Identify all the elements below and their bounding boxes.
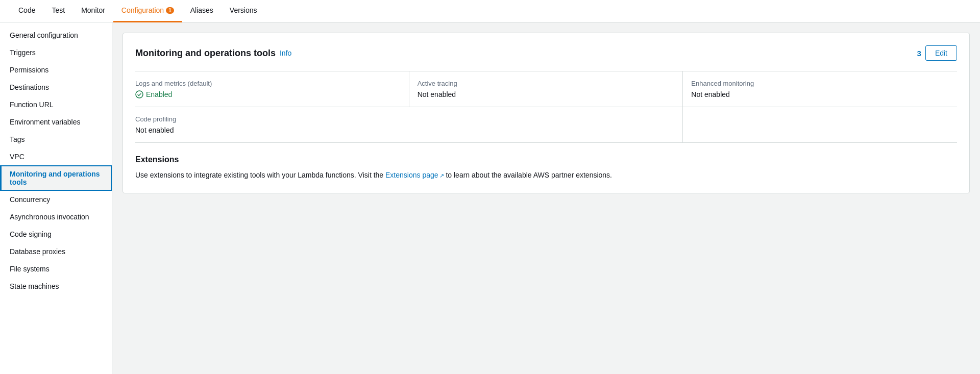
extensions-desc-before: Use extensions to integrate existing too… xyxy=(135,171,385,179)
external-link-icon: ↗ xyxy=(439,171,444,181)
field-label-enhanced: Enhanced monitoring xyxy=(691,80,949,87)
field-empty-3 xyxy=(683,107,957,142)
configuration-badge: 1 xyxy=(166,7,174,14)
sidebar-item-concurrency[interactable]: Concurrency xyxy=(0,191,112,208)
extensions-desc-after: to learn about the available AWS partner… xyxy=(444,171,612,179)
field-code-profiling: Code profiling Not enabled xyxy=(135,107,409,142)
sidebar-item-database-proxies[interactable]: Database proxies xyxy=(0,243,112,260)
card-title-row: Monitoring and operations tools Info xyxy=(135,48,291,59)
extensions-description: Use extensions to integrate existing too… xyxy=(135,169,957,181)
sidebar-item-tags[interactable]: Tags xyxy=(0,131,112,148)
sidebar-item-monitoring-operations[interactable]: Monitoring and operations tools xyxy=(0,165,112,191)
fields-grid-2: Code profiling Not enabled xyxy=(135,107,957,143)
info-link[interactable]: Info xyxy=(280,49,291,57)
sidebar-item-environment-variables[interactable]: Environment variables xyxy=(0,113,112,131)
main-layout: General configuration Triggers Permissio… xyxy=(0,22,980,374)
field-value-enhanced: Not enabled xyxy=(691,90,949,98)
edit-button[interactable]: Edit xyxy=(925,45,957,61)
svg-point-0 xyxy=(136,91,143,98)
field-logs-metrics: Logs and metrics (default) Enabled xyxy=(135,71,409,107)
tab-bar: Code Test Monitor Configuration 1 Aliase… xyxy=(0,0,980,22)
field-label-profiling: Code profiling xyxy=(135,115,401,123)
field-empty-2 xyxy=(409,107,683,142)
sidebar-item-file-systems[interactable]: File systems xyxy=(0,260,112,278)
tab-test[interactable]: Test xyxy=(43,0,73,22)
sidebar-item-permissions[interactable]: Permissions xyxy=(0,61,112,79)
annotation-3: 3 xyxy=(917,49,921,58)
sidebar-item-asynchronous-invocation[interactable]: Asynchronous invocation xyxy=(0,208,112,226)
content-area: 2 Monitoring and operations tools Info 3… xyxy=(112,22,980,374)
field-active-tracing: Active tracing Not enabled xyxy=(409,71,683,107)
field-label-tracing: Active tracing xyxy=(418,80,675,87)
field-value-profiling: Not enabled xyxy=(135,126,401,134)
tab-configuration[interactable]: Configuration 1 xyxy=(113,0,182,22)
fields-grid: Logs and metrics (default) Enabled Activ… xyxy=(135,71,957,107)
extensions-section: Extensions Use extensions to integrate e… xyxy=(135,155,957,181)
field-value-logs: Enabled xyxy=(135,90,401,98)
tab-monitor[interactable]: Monitor xyxy=(73,0,113,22)
extensions-title: Extensions xyxy=(135,155,957,164)
field-enhanced-monitoring: Enhanced monitoring Not enabled xyxy=(683,71,957,107)
tab-aliases[interactable]: Aliases xyxy=(182,0,222,22)
check-circle-icon xyxy=(135,90,143,98)
card-header: Monitoring and operations tools Info 3 E… xyxy=(135,45,957,61)
sidebar-item-vpc[interactable]: VPC xyxy=(0,148,112,165)
sidebar-item-destinations[interactable]: Destinations xyxy=(0,79,112,96)
sidebar-item-function-url[interactable]: Function URL xyxy=(0,96,112,113)
sidebar-item-triggers[interactable]: Triggers xyxy=(0,44,112,61)
sidebar-item-code-signing[interactable]: Code signing xyxy=(0,226,112,243)
monitoring-card: Monitoring and operations tools Info 3 E… xyxy=(122,33,970,193)
sidebar: General configuration Triggers Permissio… xyxy=(0,22,112,374)
field-value-tracing: Not enabled xyxy=(418,90,675,98)
field-label-logs: Logs and metrics (default) xyxy=(135,80,401,87)
extensions-page-link[interactable]: Extensions page↗ xyxy=(385,171,444,179)
tab-code[interactable]: Code xyxy=(10,0,43,22)
card-title: Monitoring and operations tools xyxy=(135,48,276,59)
tab-versions[interactable]: Versions xyxy=(222,0,265,22)
sidebar-item-state-machines[interactable]: State machines xyxy=(0,278,112,295)
sidebar-item-general-configuration[interactable]: General configuration xyxy=(0,27,112,44)
